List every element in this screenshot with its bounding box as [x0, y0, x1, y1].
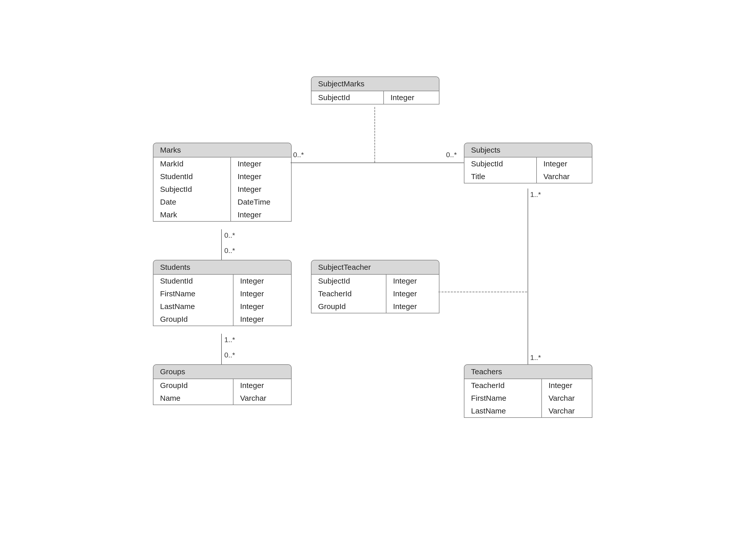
- assoc-students-groups: [221, 334, 222, 364]
- table-row: SubjectId Integer: [311, 275, 439, 287]
- table-row: GroupId Integer: [311, 300, 439, 313]
- col-type: Integer: [233, 313, 271, 325]
- table-row: SubjectId Integer: [154, 183, 291, 196]
- col-type: Integer: [542, 379, 579, 392]
- table-row: TeacherId Integer: [464, 379, 592, 392]
- table-row: LastName Integer: [154, 300, 291, 313]
- col-type: Integer: [384, 91, 421, 104]
- col-name: Mark: [154, 209, 231, 221]
- table-row: Title Varchar: [464, 170, 592, 183]
- col-type: DateTime: [231, 196, 277, 209]
- multiplicity-label: 0..*: [293, 151, 304, 159]
- col-name: SubjectId: [154, 183, 231, 196]
- entity-title: Teachers: [464, 365, 592, 379]
- table-row: SubjectId Integer: [464, 157, 592, 170]
- col-type: Integer: [233, 275, 271, 287]
- col-name: StudentId: [154, 275, 233, 287]
- entity-groups: Groups GroupId Integer Name Varchar: [153, 364, 292, 405]
- col-type: Integer: [387, 287, 423, 300]
- multiplicity-label: 0..*: [446, 151, 457, 159]
- multiplicity-label: 1..*: [530, 353, 541, 362]
- col-type: Integer: [231, 183, 268, 196]
- col-type: Integer: [231, 157, 268, 170]
- col-name: StudentId: [154, 170, 231, 183]
- multiplicity-label: 1..*: [530, 190, 541, 199]
- col-name: SubjectId: [311, 91, 384, 104]
- col-name: Name: [154, 392, 233, 405]
- col-type: Integer: [233, 300, 271, 313]
- table-row: FirstName Integer: [154, 287, 291, 300]
- assoc-marks-students: [221, 229, 222, 260]
- col-name: LastName: [464, 405, 542, 417]
- table-row: FirstName Varchar: [464, 392, 592, 405]
- entity-title: SubjectMarks: [311, 77, 439, 91]
- assoc-class-link-subject-marks: [374, 107, 375, 162]
- col-type: Integer: [537, 157, 574, 170]
- entity-subject-teacher: SubjectTeacher SubjectId Integer Teacher…: [311, 260, 439, 313]
- col-type: Varchar: [537, 170, 576, 183]
- entity-subject-marks: SubjectMarks SubjectId Integer: [311, 76, 439, 104]
- col-type: Integer: [231, 209, 268, 221]
- table-row: Date DateTime: [154, 196, 291, 209]
- col-type: Varchar: [233, 392, 273, 405]
- assoc-class-link-subject-teacher: [438, 292, 527, 293]
- er-diagram-canvas: SubjectMarks SubjectId Integer Marks Mar…: [0, 0, 756, 535]
- multiplicity-label: 0..*: [224, 247, 235, 255]
- table-row: LastName Varchar: [464, 405, 592, 417]
- multiplicity-label: 1..*: [224, 336, 235, 344]
- multiplicity-label: 0..*: [224, 231, 235, 239]
- col-type: Integer: [233, 379, 271, 392]
- col-name: TeacherId: [311, 287, 387, 300]
- table-row: GroupId Integer: [154, 379, 291, 392]
- col-name: GroupId: [154, 379, 233, 392]
- col-name: GroupId: [311, 300, 387, 313]
- col-type: Varchar: [542, 405, 581, 417]
- col-name: Title: [464, 170, 537, 183]
- entity-teachers: Teachers TeacherId Integer FirstName Var…: [464, 364, 592, 418]
- col-name: MarkId: [154, 157, 231, 170]
- col-name: SubjectId: [311, 275, 387, 287]
- col-type: Integer: [387, 300, 423, 313]
- table-row: Name Varchar: [154, 392, 291, 405]
- entity-subjects: Subjects SubjectId Integer Title Varchar: [464, 143, 592, 183]
- col-name: FirstName: [464, 392, 542, 405]
- col-name: LastName: [154, 300, 233, 313]
- table-row: StudentId Integer: [154, 275, 291, 287]
- entity-marks: Marks MarkId Integer StudentId Integer S…: [153, 143, 292, 222]
- col-name: TeacherId: [464, 379, 542, 392]
- col-type: Integer: [233, 287, 271, 300]
- entity-title: Subjects: [464, 143, 592, 157]
- col-type: Integer: [387, 275, 423, 287]
- col-type: Varchar: [542, 392, 581, 405]
- table-row: Mark Integer: [154, 209, 291, 221]
- table-row: MarkId Integer: [154, 157, 291, 170]
- entity-title: Groups: [154, 365, 291, 379]
- table-row: StudentId Integer: [154, 170, 291, 183]
- col-name: FirstName: [154, 287, 233, 300]
- table-row: TeacherId Integer: [311, 287, 439, 300]
- entity-students: Students StudentId Integer FirstName Int…: [153, 260, 292, 326]
- col-name: GroupId: [154, 313, 233, 325]
- col-name: SubjectId: [464, 157, 537, 170]
- assoc-marks-subjects: [291, 162, 464, 163]
- entity-title: SubjectTeacher: [311, 260, 439, 275]
- assoc-subjects-teachers: [528, 188, 528, 364]
- entity-title: Marks: [154, 143, 291, 157]
- entity-title: Students: [154, 260, 291, 275]
- table-row: GroupId Integer: [154, 313, 291, 325]
- col-name: Date: [154, 196, 231, 209]
- col-type: Integer: [231, 170, 268, 183]
- table-row: SubjectId Integer: [311, 91, 439, 104]
- multiplicity-label: 0..*: [224, 351, 235, 359]
